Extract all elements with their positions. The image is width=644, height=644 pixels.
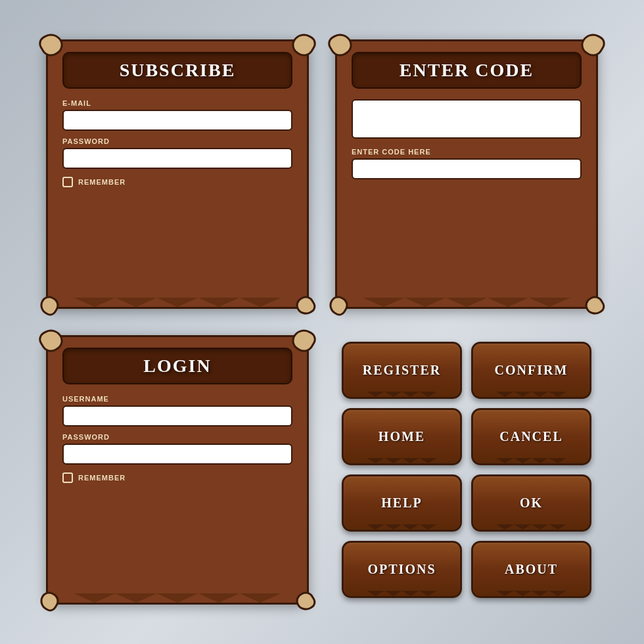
subscribe-title: SUBSCRIBE bbox=[120, 60, 236, 80]
enter-code-title-bar: ENTER CODE bbox=[352, 52, 582, 89]
corner-pin-bl bbox=[326, 293, 351, 318]
register-button[interactable]: REGISTER bbox=[342, 342, 462, 399]
login-panel: LOGIN USERNAME PASSWORD REMEMBER bbox=[46, 335, 309, 605]
help-button[interactable]: HELP bbox=[342, 474, 462, 532]
corner-pin-bl bbox=[37, 293, 62, 318]
login-remember-checkbox[interactable] bbox=[62, 472, 73, 483]
confirm-button[interactable]: CONFIRM bbox=[471, 342, 591, 399]
enter-code-title: ENTER CODE bbox=[400, 60, 534, 80]
bottom-wave bbox=[74, 593, 281, 603]
remember-checkbox[interactable] bbox=[62, 177, 73, 187]
corner-pin-br bbox=[582, 293, 607, 318]
code-large-input[interactable] bbox=[352, 99, 582, 139]
login-password-label: PASSWORD bbox=[62, 433, 292, 441]
options-button[interactable]: OPTIONS bbox=[342, 541, 462, 598]
email-input[interactable] bbox=[62, 110, 292, 131]
password-label: PASSWORD bbox=[62, 137, 292, 145]
about-button[interactable]: ABOUT bbox=[471, 541, 591, 598]
subscribe-title-bar: SUBSCRIBE bbox=[62, 52, 292, 89]
remember-row: REMEMBER bbox=[62, 177, 292, 187]
username-label: USERNAME bbox=[62, 395, 292, 403]
password-input[interactable] bbox=[62, 148, 292, 169]
login-title: LOGIN bbox=[143, 356, 211, 376]
login-password-input[interactable] bbox=[62, 444, 292, 465]
corner-pin-br bbox=[293, 293, 318, 318]
remember-label: REMEMBER bbox=[78, 178, 126, 186]
login-remember-row: REMEMBER bbox=[62, 472, 292, 483]
cancel-button[interactable]: CANCEL bbox=[471, 408, 591, 465]
corner-pin-bl bbox=[37, 589, 62, 614]
bottom-wave bbox=[74, 298, 281, 307]
enter-code-panel: ENTER CODE ENTER CODE HERE bbox=[335, 39, 598, 309]
login-remember-label: REMEMBER bbox=[78, 474, 126, 482]
email-label: E-MAIL bbox=[62, 99, 292, 107]
code-input[interactable] bbox=[352, 158, 582, 179]
subscribe-panel: SUBSCRIBE E-MAIL PASSWORD REMEMBER bbox=[46, 39, 309, 309]
home-button[interactable]: HOME bbox=[342, 408, 462, 465]
code-here-label: ENTER CODE HERE bbox=[352, 148, 582, 156]
bottom-wave bbox=[363, 298, 570, 307]
ok-button[interactable]: OK bbox=[471, 474, 591, 532]
buttons-grid: REGISTER CONFIRM HOME CANCEL HELP OK OPT… bbox=[335, 335, 598, 605]
corner-pin-br bbox=[293, 589, 318, 614]
login-title-bar: LOGIN bbox=[62, 348, 292, 384]
username-input[interactable] bbox=[62, 405, 292, 426]
